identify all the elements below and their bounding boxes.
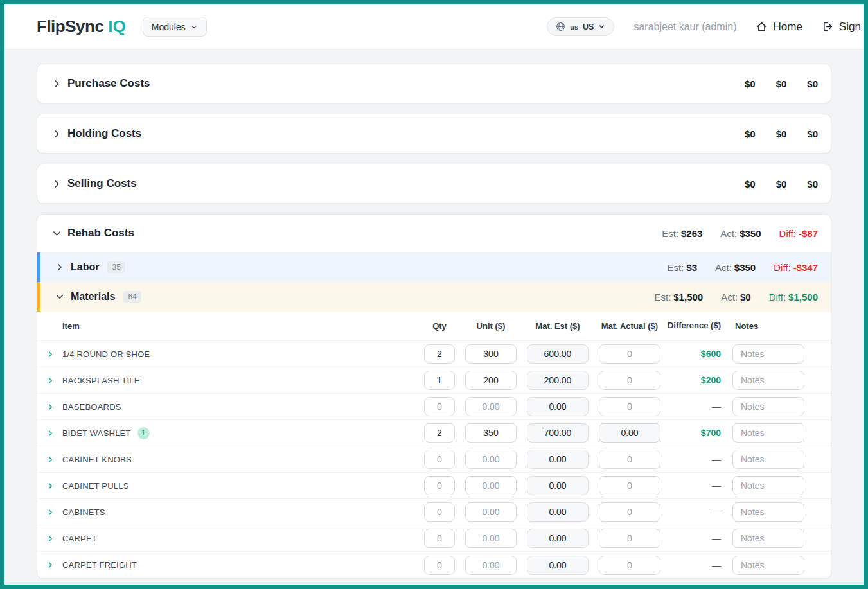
row-toggle[interactable] <box>47 509 62 516</box>
rehab-costs-header[interactable]: Rehab Costs Est:$263 Act:$350 Diff:-$87 <box>37 215 831 252</box>
mat-est-input[interactable] <box>527 344 589 364</box>
notes-input[interactable] <box>732 476 804 495</box>
item-count-badge: 35 <box>107 261 125 273</box>
chevron-right-icon <box>47 351 54 358</box>
row-toggle[interactable] <box>47 561 62 568</box>
item-name: BIDET WASHLET <box>62 428 131 438</box>
mat-est-input[interactable] <box>527 450 589 469</box>
row-toggle[interactable] <box>47 456 62 463</box>
logged-in-user: sarabjeet kaur (admin) <box>633 21 736 33</box>
unit-price-input[interactable] <box>465 423 517 443</box>
globe-icon <box>556 22 565 31</box>
qty-input[interactable] <box>424 344 455 364</box>
notes-input[interactable] <box>732 344 804 364</box>
mat-actual-input[interactable] <box>599 476 660 495</box>
unit-price-input[interactable] <box>465 450 517 469</box>
rehab-costs-card: Rehab Costs Est:$263 Act:$350 Diff:-$87 … <box>37 214 831 579</box>
notes-input[interactable] <box>732 423 804 443</box>
chevron-down-icon <box>190 23 198 31</box>
qty-input[interactable] <box>424 371 455 390</box>
diff-stat: $0 <box>804 78 818 89</box>
diff-value: -$347 <box>793 262 818 273</box>
act-label: Act: <box>721 292 738 303</box>
act-value: $0 <box>776 179 787 189</box>
qty-input[interactable] <box>424 397 455 416</box>
home-label: Home <box>773 21 802 33</box>
mat-est-input[interactable] <box>527 502 589 522</box>
act-value: $0 <box>740 292 751 303</box>
row-toggle[interactable] <box>47 351 62 358</box>
unit-price-input[interactable] <box>465 476 517 495</box>
mat-actual-input[interactable] <box>599 450 660 469</box>
mat-est-input[interactable] <box>527 423 589 443</box>
material-item-row: BACKSPLASH TILE $200 <box>37 367 831 394</box>
modules-dropdown-button[interactable]: Modules <box>143 17 207 37</box>
mat-est-input[interactable] <box>527 476 589 495</box>
item-name: 1/4 ROUND OR SHOE <box>62 349 150 359</box>
sign-out-link[interactable]: Sign Out <box>822 21 868 33</box>
mat-actual-input[interactable] <box>599 502 660 522</box>
brand-suffix: IQ <box>108 17 125 37</box>
row-toggle[interactable] <box>47 377 62 384</box>
act-value: $350 <box>740 228 761 239</box>
mat-est-input[interactable] <box>527 556 589 575</box>
notes-input[interactable] <box>732 556 804 575</box>
unit-price-input[interactable] <box>465 502 517 522</box>
unit-price-input[interactable] <box>465 556 517 575</box>
mat-actual-input[interactable] <box>599 423 660 443</box>
notes-input[interactable] <box>732 397 804 416</box>
act-value: $0 <box>776 78 787 89</box>
column-difference: Difference ($) <box>660 321 721 331</box>
item-cell: 1/4 ROUND OR SHOE <box>62 349 424 359</box>
item-cell: CARPET FREIGHT <box>62 560 424 570</box>
qty-input[interactable] <box>424 502 455 522</box>
app-logo[interactable]: FlipSync IQ <box>37 17 126 37</box>
header-right: us US sarabjeet kaur (admin) Home Sign O… <box>547 17 868 36</box>
est-stat: $0 <box>742 179 756 189</box>
brand-name: FlipSync <box>37 17 103 37</box>
cost-section-header[interactable]: Selling Costs $0 $0 $0 <box>37 164 831 203</box>
section-title: Holding Costs <box>67 127 141 140</box>
row-toggle[interactable] <box>47 535 62 542</box>
row-toggle[interactable] <box>47 482 62 489</box>
mat-est-input[interactable] <box>527 371 589 390</box>
mat-actual-input[interactable] <box>599 344 660 364</box>
mat-est-input[interactable] <box>527 529 589 548</box>
cost-section-header[interactable]: Holding Costs $0 $0 $0 <box>37 114 831 153</box>
language-selector[interactable]: us US <box>547 17 614 36</box>
item-cell: CABINET KNOBS <box>62 455 424 464</box>
home-link[interactable]: Home <box>756 21 802 33</box>
qty-input[interactable] <box>424 450 455 469</box>
notes-input[interactable] <box>732 502 804 522</box>
difference-value: $200 <box>660 375 721 385</box>
mat-est-input[interactable] <box>527 397 589 416</box>
unit-price-input[interactable] <box>465 344 517 364</box>
row-toggle[interactable] <box>47 403 62 410</box>
section-stats: $0 $0 $0 <box>742 78 818 89</box>
cost-section-header[interactable]: Purchase Costs $0 $0 $0 <box>37 64 831 103</box>
notes-input[interactable] <box>732 450 804 469</box>
row-toggle[interactable] <box>47 430 62 437</box>
unit-price-input[interactable] <box>465 371 517 390</box>
unit-price-input[interactable] <box>465 397 517 416</box>
materials-subsection-header[interactable]: Materials 64 Est:$1,500 Act:$0 Diff:$1,5… <box>37 282 831 312</box>
chevron-right-icon <box>47 430 54 437</box>
mat-actual-input[interactable] <box>599 556 660 575</box>
diff-label: Diff: <box>774 262 790 273</box>
item-name: BASEBOARDS <box>62 402 121 412</box>
unit-price-input[interactable] <box>465 529 517 548</box>
qty-input[interactable] <box>424 529 455 548</box>
labor-subsection-header[interactable]: Labor 35 Est:$3 Act:$350 Diff:-$347 <box>37 252 831 282</box>
est-stat: $0 <box>742 128 756 139</box>
mat-actual-input[interactable] <box>599 371 660 390</box>
notes-input[interactable] <box>732 529 804 548</box>
mat-actual-input[interactable] <box>599 397 660 416</box>
act-stat: $0 <box>774 78 787 89</box>
mat-actual-input[interactable] <box>599 529 660 548</box>
est-value: $263 <box>681 228 702 239</box>
qty-input[interactable] <box>424 423 455 443</box>
chevron-right-icon <box>47 482 54 489</box>
notes-input[interactable] <box>732 371 804 390</box>
qty-input[interactable] <box>424 556 455 575</box>
qty-input[interactable] <box>424 476 455 495</box>
